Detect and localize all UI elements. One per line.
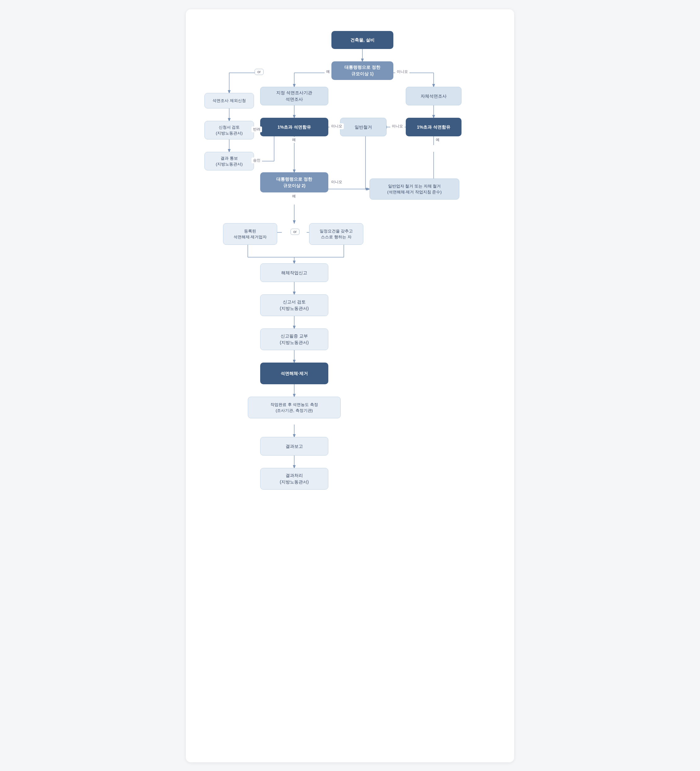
box-right4: 일반업자 철거 또는 자체 철거 (석면해체·제거 작업지침 준수) [370, 179, 459, 200]
label-no4: 이니오 [390, 123, 404, 129]
box-node9: 신고필증 교부 (지방노동관서) [260, 329, 328, 350]
box-node8: 신고서 검토 (지방노동관서) [260, 294, 328, 316]
box-right2: 1%초과 석면함유 [406, 118, 461, 137]
box-left1: 석면조사 제외신청 [205, 93, 254, 109]
box-node4: 대통령령으로 정한 규모이상 2) [260, 172, 328, 192]
label-yes1: 예 [325, 69, 331, 75]
label-no2: 이니오 [330, 123, 344, 129]
box-left2: 신청서 검토 (지방노동관서) [205, 121, 254, 140]
label-yes2: 예 [291, 137, 297, 143]
box-right1: 자체석면조사 [406, 87, 461, 105]
box-node12: 결과보고 [260, 437, 328, 455]
box-node3: 1%초과 석면함유 [260, 118, 328, 137]
label-no3: 이니오 [330, 179, 344, 185]
box-node1: 대통령령으로 정한 규모이상 1) [331, 61, 393, 80]
label-yes4: 예 [434, 137, 441, 143]
box-node6: 일정요건을 갖추고 스스로 행하는 자 [309, 223, 363, 245]
box-right3: 일반철거 [340, 118, 387, 137]
label-yes3: 예 [291, 194, 297, 199]
box-node7: 해체작업신고 [260, 264, 328, 282]
box-node2: 지정 석면조사기관 석면조사 [260, 87, 328, 105]
or-badge-1: or [255, 69, 263, 75]
box-node13: 결과처리 (지방노동관서) [260, 468, 328, 490]
label-return: 반려 [252, 127, 262, 132]
box-left3: 결과 통보 (지방노동관서) [205, 152, 254, 171]
label-approve: 승인 [252, 158, 262, 163]
page-container: 건축물, 설비 대통령령으로 정한 규모이상 1) 예 이니오 or 석면조사 … [186, 9, 514, 762]
box-title: 건축물, 설비 [331, 31, 393, 49]
box-node5: 등록된 석면해제·제거업자 [223, 223, 277, 245]
label-no1: 이니오 [395, 69, 409, 75]
or-badge-2: or [291, 229, 299, 235]
box-node11: 작업완료 후 석면농도 측정 (조사기관, 측정기관) [248, 397, 341, 418]
box-node10: 석면해체·제거 [260, 363, 328, 384]
